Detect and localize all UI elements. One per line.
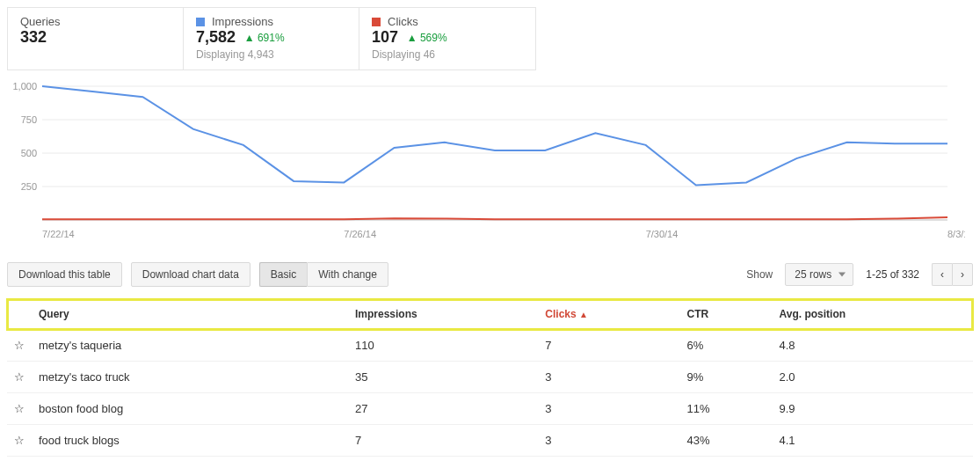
basic-button[interactable]: Basic [259,262,307,287]
svg-text:7/30/14: 7/30/14 [646,229,679,239]
stat-clicks-change: ▲ 569% [407,32,447,44]
cell-impressions: 110 [348,330,538,362]
cell-impressions: 78 [348,457,538,462]
table-row: ☆boston food truck festival7823%9.1 [7,457,973,462]
star-icon[interactable]: ☆ [7,362,32,393]
download-chart-button[interactable]: Download chart data [131,262,250,287]
cell-impressions: 27 [348,393,538,425]
svg-text:250: 250 [21,181,37,192]
square-icon-red [372,18,381,26]
cell-impressions: 7 [348,425,538,457]
cell-clicks: 2 [538,457,679,462]
stat-impressions-change: ▲ 691% [244,32,285,44]
svg-text:7/26/14: 7/26/14 [344,229,376,239]
cell-avg: 4.1 [772,425,973,457]
svg-text:750: 750 [21,114,37,125]
cell-ctr: 11% [680,393,773,425]
table-header-row: Query Impressions Clicks ▲ CTR Avg. posi… [7,299,973,330]
chevron-left-icon: ‹ [940,268,944,281]
cell-ctr: 43% [680,425,773,457]
cell-clicks: 3 [538,393,679,425]
stat-impressions[interactable]: Impressions 7,582 ▲ 691% Displaying 4,94… [184,8,359,70]
sort-asc-icon: ▲ [579,310,588,319]
stat-clicks-label: Clicks [372,15,518,28]
stat-queries-label: Queries [20,15,165,28]
stat-queries-value: 332 [20,28,47,47]
stats-row: Queries 332 Impressions 7,582 ▲ 691% Dis… [7,7,536,70]
queries-table: Query Impressions Clicks ▲ CTR Avg. posi… [7,299,973,461]
stat-clicks-sub: Displaying 46 [372,48,518,61]
cell-clicks: 3 [538,362,679,393]
table-row: ☆boston food blog27311%9.9 [7,393,973,425]
col-header-ctr[interactable]: CTR [680,299,773,330]
col-header-star [7,299,32,330]
pagination-range: 1-25 of 332 [866,268,919,281]
prev-page-button[interactable]: ‹ [932,263,952,286]
col-header-clicks[interactable]: Clicks ▲ [538,299,679,330]
cell-ctr: 3% [680,457,773,462]
stat-clicks-value: 107 [372,28,398,47]
cell-avg: 2.0 [772,362,973,393]
cell-query: metzy's taco truck [32,362,348,393]
cell-query: metzy's taqueria [32,330,348,362]
stat-impressions-label: Impressions [196,15,341,28]
svg-text:1,000: 1,000 [12,81,37,91]
show-label: Show [746,268,773,281]
chart-svg: 1,0007505002507/22/147/26/147/30/148/3/1… [7,79,965,246]
cell-clicks: 7 [538,330,679,362]
table-row: ☆metzy's taqueria11076%4.8 [7,330,973,362]
stat-impressions-value: 7,582 [196,28,236,47]
star-icon[interactable]: ☆ [7,457,32,462]
cell-query: boston food truck festival [32,457,348,462]
star-icon[interactable]: ☆ [7,393,32,425]
cell-query: food truck blogs [32,425,348,457]
svg-text:8/3/14: 8/3/14 [947,229,965,239]
table-row: ☆food truck blogs7343%4.1 [7,425,973,457]
rows-select[interactable]: 25 rows [785,263,853,286]
download-table-button[interactable]: Download this table [7,262,122,287]
with-change-button[interactable]: With change [307,262,388,287]
star-icon[interactable]: ☆ [7,330,32,362]
cell-impressions: 35 [348,362,538,393]
col-header-avg[interactable]: Avg. position [772,299,973,330]
cell-query: boston food blog [32,393,348,425]
pager: ‹ › [932,263,973,286]
cell-avg: 4.8 [772,330,973,362]
square-icon-blue [196,18,205,26]
svg-text:500: 500 [21,148,37,158]
stat-clicks[interactable]: Clicks 107 ▲ 569% Displaying 46 [359,8,535,70]
star-icon[interactable]: ☆ [7,425,32,457]
table-row: ☆metzy's taco truck3539%2.0 [7,362,973,393]
svg-text:7/22/14: 7/22/14 [42,229,75,239]
col-header-query[interactable]: Query [32,299,348,330]
cell-avg: 9.9 [772,393,973,425]
table-toolbar: Download this table Download chart data … [7,262,973,287]
cell-clicks: 3 [538,425,679,457]
chart: 1,0007505002507/22/147/26/147/30/148/3/1… [7,79,973,246]
next-page-button[interactable]: › [952,263,973,286]
cell-avg: 9.1 [772,457,973,462]
view-toggle: Basic With change [259,262,388,287]
col-header-impressions[interactable]: Impressions [348,299,538,330]
cell-ctr: 6% [680,330,773,362]
cell-ctr: 9% [680,362,773,393]
stat-impressions-sub: Displaying 4,943 [196,48,341,61]
chevron-right-icon: › [961,268,964,281]
stat-queries: Queries 332 [8,8,184,70]
